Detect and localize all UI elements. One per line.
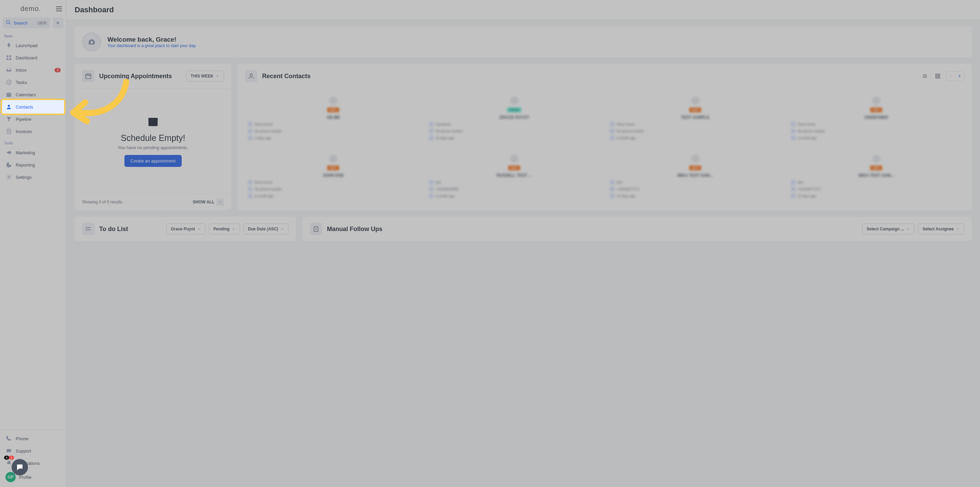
- menu-toggle-icon[interactable]: [56, 6, 62, 11]
- sidebar-item-dashboard[interactable]: Dashboard: [3, 51, 64, 64]
- welcome-title: Welcome back, Grace!: [107, 36, 196, 43]
- sidebar-item-profile[interactable]: GP Profile: [0, 469, 66, 485]
- camera-icon[interactable]: [82, 32, 101, 51]
- svg-rect-31: [936, 77, 937, 78]
- sidebar-item-marketing[interactable]: Marketing: [3, 147, 64, 159]
- contact-tile[interactable]: COLD GRACE PUYOT Facebook No phone numbe…: [426, 92, 602, 145]
- search-shortcut: ctrl K: [37, 21, 48, 26]
- chevron-down-icon: [197, 227, 201, 231]
- contact-tile[interactable]: HOT MIKA TEST SAM... test +19184977271 1…: [607, 150, 783, 203]
- create-appointment-button[interactable]: Create an appointment: [124, 155, 182, 167]
- contact-tile[interactable]: HOT AB BB None found No phone number 4 d…: [245, 92, 421, 145]
- page-header: Dashboard: [67, 0, 980, 20]
- chevron-down-icon: [280, 227, 284, 231]
- svg-rect-7: [6, 93, 11, 97]
- sidebar-item-invoices[interactable]: Invoices: [3, 125, 64, 137]
- inbox-badge: 0: [54, 68, 60, 72]
- svg-rect-2: [6, 55, 8, 57]
- contact-tile[interactable]: HOT MIKA TEST SAM... test +19184977271 1…: [788, 150, 964, 203]
- appointments-title: Upcoming Appointments: [99, 73, 172, 80]
- svg-point-18: [91, 41, 93, 44]
- svg-rect-29: [936, 74, 937, 76]
- sidebar-item-inbox[interactable]: Inbox 0: [3, 64, 64, 76]
- svg-rect-24: [149, 118, 158, 120]
- sidebar-item-support[interactable]: Support: [0, 445, 66, 457]
- contact-tile[interactable]: HOT RUSSELL TEST ... test +19180224800 a…: [426, 150, 602, 203]
- assignee-select[interactable]: Select Assignee: [918, 224, 964, 235]
- empty-schedule-subtitle: You have no pending appointments.: [118, 145, 188, 150]
- contact-tile[interactable]: HOT TEST SAMPLE None found No phone numb…: [607, 92, 783, 145]
- megaphone-icon: [5, 149, 12, 156]
- sidebar-item-phone[interactable]: Phone: [0, 433, 66, 445]
- sidebar-item-contacts[interactable]: Contacts: [3, 101, 64, 113]
- document-icon: [5, 128, 12, 135]
- help-chat-button[interactable]: [11, 459, 28, 476]
- chevron-down-icon: [231, 227, 235, 231]
- search-button[interactable]: Search ctrl K: [3, 18, 51, 28]
- todo-card: To do List Grace Puyot Pending Due Date …: [75, 217, 296, 241]
- appointments-filter-dropdown[interactable]: THIS WEEK: [186, 71, 224, 81]
- chevron-down-icon: [906, 227, 910, 231]
- welcome-card: Welcome back, Grace! Your dashboard is a…: [75, 26, 972, 57]
- svg-rect-17: [18, 467, 20, 468]
- nav-section-tools: Tools: [0, 137, 66, 147]
- user-avatar: GP: [5, 472, 16, 482]
- svg-line-1: [9, 23, 10, 24]
- show-all-button[interactable]: SHOW ALL: [192, 198, 224, 206]
- sidebar-item-reporting[interactable]: Reporting: [3, 159, 64, 171]
- svg-point-0: [6, 21, 10, 24]
- recent-contacts-title: Recent Contacts: [262, 73, 310, 80]
- svg-point-14: [8, 176, 10, 178]
- svg-rect-16: [18, 466, 21, 466]
- brand-logo: demo.: [4, 5, 41, 13]
- svg-rect-4: [6, 58, 8, 60]
- contacts-prev-button[interactable]: [946, 72, 955, 81]
- svg-point-9: [8, 105, 10, 107]
- rocket-icon: [5, 42, 12, 49]
- contact-tile[interactable]: HOT UNDEFINED None found No phone number…: [788, 92, 964, 145]
- nav-section-apps: Apps: [0, 30, 66, 39]
- calendar-icon: [5, 91, 12, 98]
- main-content: Dashboard Welcome back, Grace! Your dash…: [67, 0, 980, 487]
- clipboard-check-icon: [310, 223, 322, 235]
- contacts-next-button[interactable]: [955, 72, 964, 81]
- todo-status-filter[interactable]: Pending: [209, 224, 240, 235]
- appointments-card: Upcoming Appointments THIS WEEK Schedule…: [75, 64, 231, 211]
- calendar-icon: [82, 70, 94, 82]
- chat-icon: [5, 447, 12, 454]
- chevron-down-icon: [215, 74, 220, 78]
- svg-rect-30: [939, 74, 940, 76]
- todo-sort-filter[interactable]: Due Date (ASC): [243, 224, 289, 235]
- sidebar-item-settings[interactable]: Settings: [3, 171, 64, 183]
- empty-schedule-title: Schedule Empty!: [121, 133, 185, 143]
- svg-rect-19: [86, 74, 91, 78]
- notification-alert-badge: 1: [9, 456, 14, 460]
- contact-tile[interactable]: HOT JOHN DOE None found No phone number …: [245, 150, 421, 203]
- check-icon: [5, 79, 12, 86]
- campaign-select[interactable]: Select Campaign ...: [862, 224, 915, 235]
- svg-rect-5: [10, 58, 11, 60]
- appointments-result-count: Showing 0 of 0 results: [82, 200, 123, 204]
- pie-icon: [5, 161, 12, 168]
- search-icon: [5, 19, 11, 26]
- search-label: Search: [14, 21, 34, 26]
- list-view-button[interactable]: [920, 71, 929, 81]
- sidebar-item-notifications[interactable]: 4 1 Notifications: [0, 457, 66, 469]
- calendar-large-icon: [147, 115, 159, 129]
- svg-rect-32: [939, 77, 940, 78]
- todo-title: To do List: [99, 225, 128, 233]
- users-icon: [245, 70, 257, 82]
- grid-view-button[interactable]: [933, 71, 942, 81]
- sidebar-item-tasks[interactable]: Tasks: [3, 76, 64, 88]
- todo-user-filter[interactable]: Grace Puyot: [166, 224, 205, 235]
- welcome-subtitle: Your dashboard is a great place to start…: [107, 43, 196, 48]
- sidebar-item-launchpad[interactable]: Launchpad: [3, 39, 64, 51]
- chevron-down-icon: [956, 227, 960, 231]
- followups-title: Manual Follow Ups: [327, 225, 382, 233]
- checklist-icon: [82, 223, 94, 235]
- svg-point-25: [250, 74, 253, 76]
- followups-card: Manual Follow Ups Select Campaign ... Se…: [302, 217, 972, 241]
- quick-action-button[interactable]: [52, 18, 64, 28]
- svg-rect-13: [10, 152, 11, 153]
- bell-icon: [5, 460, 12, 466]
